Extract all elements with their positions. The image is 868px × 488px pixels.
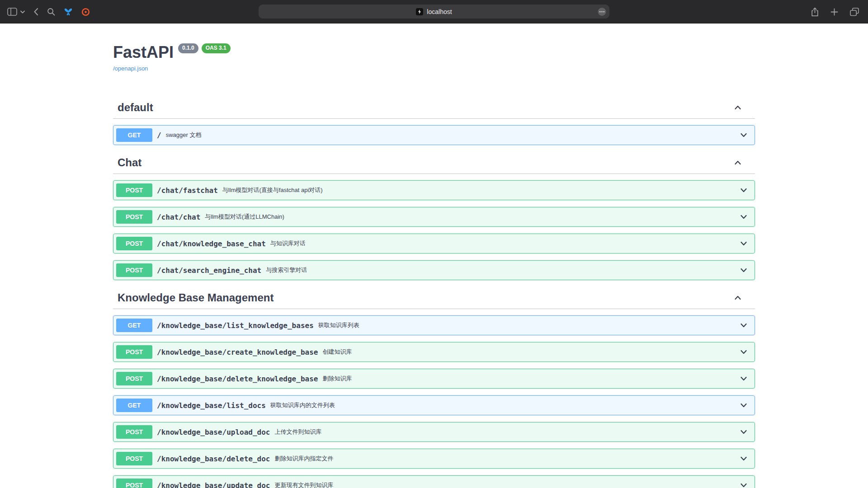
back-button[interactable] <box>33 8 38 16</box>
operation-summary[interactable]: GET / swagger 文档 <box>113 126 755 145</box>
operation-path: /knowledge_base/delete_knowledge_base <box>152 375 322 383</box>
expand-operation-button[interactable] <box>739 454 748 463</box>
section-title: Chat <box>118 156 142 169</box>
address-url: localhost <box>427 8 452 15</box>
operation-summary[interactable]: POST /knowledge_base/create_knowledge_ba… <box>113 343 755 361</box>
operations-list: GET /knowledge_base/list_knowledge_bases… <box>113 309 755 488</box>
tab-overview-icon <box>850 8 859 16</box>
operation-summary[interactable]: POST /chat/knowledge_base_chat 与知识库对话 <box>113 234 755 253</box>
collapse-section-button[interactable] <box>733 103 742 112</box>
operation-path: /knowledge_base/delete_doc <box>152 455 274 463</box>
page-content: FastAPI 0.1.0 OAS 3.1 /openapi.json defa… <box>0 0 868 488</box>
operation-path: /knowledge_base/upload_doc <box>152 428 274 436</box>
operation-summary[interactable]: POST /chat/search_engine_chat 与搜索引擎对话 <box>113 261 755 280</box>
operation-path: /knowledge_base/create_knowledge_base <box>152 348 322 357</box>
page-title: FastAPI 0.1.0 OAS 3.1 <box>113 43 755 62</box>
http-method-badge: POST <box>116 345 152 359</box>
sidebar-toggle-icon <box>7 8 17 16</box>
operation-row[interactable]: POST /knowledge_base/upload_doc 上传文件到知识库 <box>113 422 755 442</box>
operation-path: /chat/knowledge_base_chat <box>152 239 270 248</box>
sidebar-chevron-button[interactable] <box>20 10 25 14</box>
expand-operation-button[interactable] <box>739 186 748 195</box>
operation-summary[interactable]: GET /knowledge_base/list_knowledge_bases… <box>113 316 755 335</box>
tag-section: Knowledge Base Management GET /knowledge… <box>113 287 755 488</box>
operation-summary[interactable]: POST /knowledge_base/delete_knowledge_ba… <box>113 369 755 388</box>
operation-summary[interactable]: GET /knowledge_base/list_docs 获取知识库内的文件列… <box>113 396 755 415</box>
expand-operation-button[interactable] <box>739 266 748 275</box>
expand-operation-button[interactable] <box>739 239 748 248</box>
operation-row[interactable]: POST /knowledge_base/create_knowledge_ba… <box>113 342 755 362</box>
operation-row[interactable]: POST /chat/search_engine_chat 与搜索引擎对话 <box>113 260 755 280</box>
http-method-badge: POST <box>116 452 152 465</box>
collapse-section-button[interactable] <box>733 158 742 167</box>
chevron-down-icon <box>739 321 748 330</box>
api-title: FastAPI <box>113 43 174 62</box>
chevron-down-icon <box>739 239 748 248</box>
operation-description: 与搜索引擎对话 <box>266 266 739 274</box>
operations-list: GET / swagger 文档 <box>113 119 755 145</box>
operation-description: 创建知识库 <box>322 348 739 356</box>
collapse-section-button[interactable] <box>733 293 742 302</box>
expand-operation-button[interactable] <box>739 212 748 221</box>
expand-operation-button[interactable] <box>739 347 748 357</box>
operation-row[interactable]: POST /chat/chat 与llm模型对话(通过LLMChain) <box>113 207 755 227</box>
openapi-spec-link[interactable]: /openapi.json <box>113 65 148 72</box>
operation-path: /chat/search_engine_chat <box>152 266 266 275</box>
tab-overview-button[interactable] <box>850 8 859 16</box>
http-method-badge: GET <box>116 319 152 332</box>
http-method-badge: POST <box>116 372 152 385</box>
operation-path: /chat/chat <box>152 213 205 221</box>
expand-operation-button[interactable] <box>739 481 748 488</box>
chevron-up-icon <box>733 103 742 112</box>
operation-row[interactable]: POST /knowledge_base/update_doc 更新现有文件到知… <box>113 475 755 488</box>
section-header-default[interactable]: default <box>113 97 755 119</box>
address-bar[interactable]: localhost <box>259 5 609 19</box>
tag-section: default GET / swagger 文档 <box>113 97 755 145</box>
chevron-down-icon <box>739 481 748 488</box>
operations-list: POST /chat/fastchat 与llm模型对话(直接与fastchat… <box>113 174 755 280</box>
expand-operation-button[interactable] <box>739 131 748 140</box>
expand-operation-button[interactable] <box>739 321 748 330</box>
operation-row[interactable]: POST /knowledge_base/delete_knowledge_ba… <box>113 369 755 389</box>
chevron-down-icon <box>739 374 748 383</box>
search-button[interactable] <box>47 8 55 16</box>
operation-path: /chat/fastchat <box>152 186 222 195</box>
site-favicon <box>416 8 423 15</box>
page-settings-button[interactable] <box>598 7 606 16</box>
http-method-badge: POST <box>116 237 152 250</box>
chevron-down-icon <box>739 454 748 463</box>
orange-extension-button[interactable] <box>81 8 90 16</box>
blue-extension-button[interactable] <box>64 8 73 16</box>
operation-row[interactable]: GET /knowledge_base/list_docs 获取知识库内的文件列… <box>113 395 755 415</box>
operation-row[interactable]: POST /chat/knowledge_base_chat 与知识库对话 <box>113 234 755 253</box>
expand-operation-button[interactable] <box>739 427 748 436</box>
browser-toolbar: localhost <box>0 0 868 23</box>
operation-summary[interactable]: POST /chat/fastchat 与llm模型对话(直接与fastchat… <box>113 181 755 200</box>
http-method-badge: POST <box>116 183 152 197</box>
section-header-chat[interactable]: Chat <box>113 152 755 174</box>
operation-description: 与llm模型对话(直接与fastchat api对话) <box>222 186 739 194</box>
operation-summary[interactable]: POST /chat/chat 与llm模型对话(通过LLMChain) <box>113 207 755 226</box>
expand-operation-button[interactable] <box>739 374 748 383</box>
http-method-badge: POST <box>116 479 152 488</box>
expand-operation-button[interactable] <box>739 401 748 410</box>
chevron-up-icon <box>733 293 742 302</box>
toolbar-right-group <box>811 0 859 23</box>
search-icon <box>47 8 55 16</box>
operation-row[interactable]: POST /chat/fastchat 与llm模型对话(直接与fastchat… <box>113 180 755 200</box>
blue-extension-icon <box>64 8 73 16</box>
chevron-down-icon <box>739 212 748 221</box>
chevron-up-icon <box>733 158 742 167</box>
operation-description: 获取知识库内的文件列表 <box>270 401 739 409</box>
operation-row[interactable]: GET / swagger 文档 <box>113 125 755 145</box>
operation-row[interactable]: POST /knowledge_base/delete_doc 删除知识库内指定… <box>113 449 755 469</box>
operation-summary[interactable]: POST /knowledge_base/upload_doc 上传文件到知识库 <box>113 422 755 441</box>
new-tab-button[interactable] <box>830 8 838 16</box>
share-button[interactable] <box>811 7 819 17</box>
sidebar-toggle-button[interactable] <box>7 8 17 16</box>
operation-summary[interactable]: POST /knowledge_base/delete_doc 删除知识库内指定… <box>113 449 755 468</box>
section-header-knowledge-base-management[interactable]: Knowledge Base Management <box>113 287 755 309</box>
operation-row[interactable]: GET /knowledge_base/list_knowledge_bases… <box>113 315 755 335</box>
operation-summary[interactable]: POST /knowledge_base/update_doc 更新现有文件到知… <box>113 476 755 488</box>
chevron-down-icon <box>739 401 748 410</box>
